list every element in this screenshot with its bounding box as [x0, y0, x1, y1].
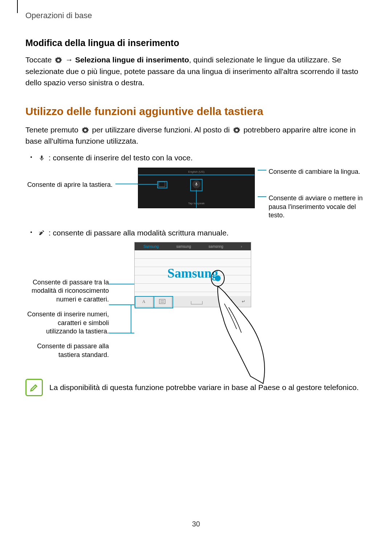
figure-handwriting: Consente di passare tra la modalità di r… — [25, 242, 367, 366]
handwriting-pad: Samsung — [135, 250, 251, 296]
callout-connector — [115, 184, 138, 184]
callout-keyboard-symbols: Consente di inserire numeri, caratteri e… — [25, 310, 109, 336]
text-fragment: Tenete premuto — [25, 126, 81, 134]
note-pen-icon — [25, 379, 43, 396]
text-fragment: Toccate — [25, 56, 54, 64]
keyboard-bottom-row: A ⌫ ↵ — [135, 296, 251, 307]
note-box: La disponibilità di questa funzione potr… — [25, 379, 367, 396]
note-text: La disponibilità di questa funzione potr… — [49, 382, 359, 393]
handwriting-panel: Samsung samsung samsnng › Samsung A ⌫ ↵ — [134, 242, 251, 307]
bullet-voice-input: : consente di inserire del testo con la … — [30, 152, 367, 164]
page-header-breadcrumb: Operazioni di base — [25, 11, 367, 20]
callout-start-pause-voice: Consente di avviare o mettere in pausa l… — [269, 194, 363, 219]
gear-icon — [54, 56, 62, 64]
callout-connector — [138, 184, 157, 185]
callout-standard-keyboard: Consente di passare alla tastiera standa… — [25, 342, 109, 359]
suggestion-item: samsnng — [209, 245, 224, 249]
bold-command-label: Seleziona lingue di inserimento — [75, 56, 189, 64]
backspace-button: ⌫ — [222, 296, 236, 307]
page-corner-decoration — [17, 0, 18, 13]
bullet-dot — [30, 231, 32, 233]
microphone-highlight — [190, 179, 203, 191]
callout-connector — [258, 170, 266, 171]
chevron-right-icon: › — [241, 245, 242, 249]
callout-connector — [258, 196, 266, 197]
svg-text:T: T — [39, 231, 42, 236]
bullet-handwriting: T : consente di passare alla modalità sc… — [30, 227, 367, 239]
callout-open-keyboard: Consente di aprire la tastiera. — [25, 168, 115, 189]
text-fragment: → — [63, 56, 75, 64]
section-title-keyboard-extras: Utilizzo delle funzioni aggiuntive della… — [25, 105, 367, 118]
callout-change-language: Consente di cambiare la lingua. — [269, 168, 360, 176]
callout-connector — [196, 190, 197, 208]
mode-toggle-button: A — [135, 296, 153, 307]
bullet-dot — [30, 156, 32, 158]
suggestion-item: Samsung — [143, 245, 159, 249]
callout-connector — [131, 304, 131, 333]
text-fragment: per utilizzare diverse funzioni. Al post… — [90, 126, 232, 134]
suggestion-bar: Samsung samsung samsnng › — [135, 242, 251, 250]
mode-toggle-label: A — [142, 299, 146, 304]
handwritten-text: Samsung — [167, 266, 218, 281]
voice-input-panel: English (US) Tap to speak — [138, 168, 255, 208]
bullet-text: : consente di passare alla modalità scri… — [46, 229, 229, 237]
handwriting-icon: T — [38, 229, 46, 237]
section-title-input-language: Modifica della lingua di inserimento — [25, 38, 367, 48]
keyboard-switch-button — [153, 296, 172, 307]
bullet-text: : consente di inserire del testo con la … — [46, 153, 193, 162]
suggestion-item: samsung — [176, 245, 191, 249]
figure-voice-input: Consente di aprire la tastiera. English … — [25, 168, 367, 220]
microphone-icon — [38, 154, 46, 162]
enter-button: ↵ — [236, 296, 251, 307]
keyboard-highlight — [157, 181, 167, 188]
language-indicator: English (US) — [188, 170, 205, 173]
callout-recognition-mode: Consente di passare tra la modalità di r… — [25, 278, 109, 304]
language-highlight — [138, 175, 254, 175]
section2-paragraph: Tenete premuto per utilizzare diverse fu… — [25, 124, 367, 147]
space-button — [172, 296, 222, 307]
section1-paragraph: Toccate → Seleziona lingue di inseriment… — [25, 54, 367, 89]
callout-connector — [109, 284, 134, 284]
page-number: 30 — [192, 520, 200, 528]
tap-to-speak-label: Tap to speak — [188, 202, 204, 205]
gear-icon — [81, 126, 89, 134]
gear-icon — [233, 126, 241, 134]
svg-rect-1 — [159, 299, 165, 304]
